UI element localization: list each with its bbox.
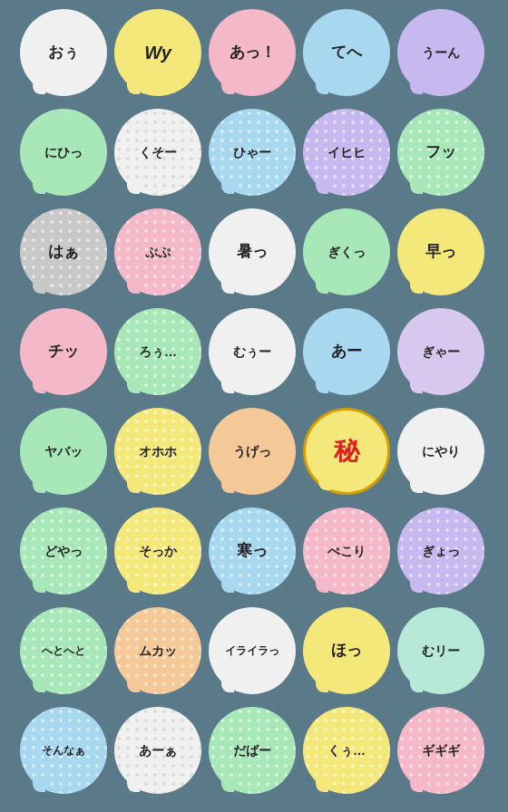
sticker-text-7: くそー xyxy=(139,145,177,160)
sticker-text-28: 寒っ xyxy=(237,542,268,560)
sticker-text-9: イヒヒ xyxy=(327,145,366,160)
sticker-21[interactable]: ヤバッ xyxy=(20,408,107,495)
sticker-27[interactable]: そっか xyxy=(114,508,201,594)
sticker-grid: おぅ Wy あっ！ てへ うーん にひっ くそー ひゃー イヒヒ フッ はぁ ぷ… xyxy=(11,0,497,812)
sticker-text-40: ギギギ xyxy=(422,743,460,759)
sticker-3[interactable]: あっ！ xyxy=(209,9,296,96)
sticker-text-10: フッ xyxy=(425,143,456,161)
sticker-40[interactable]: ギギギ xyxy=(397,707,484,794)
sticker-text-1: おぅ xyxy=(48,44,79,62)
sticker-28[interactable]: 寒っ xyxy=(209,508,296,594)
sticker-text-11: はぁ xyxy=(48,243,79,261)
sticker-text-17: ろぅ… xyxy=(139,344,177,360)
sticker-29[interactable]: ぺこり xyxy=(303,508,390,594)
sticker-text-4: てへ xyxy=(331,44,362,62)
sticker-31[interactable]: へとへと xyxy=(20,607,107,694)
sticker-text-14: ぎくっ xyxy=(327,245,366,260)
sticker-text-24: 秘 xyxy=(334,436,359,467)
sticker-text-27: そっか xyxy=(139,544,177,559)
sticker-text-38: だばー xyxy=(233,743,271,759)
sticker-34[interactable]: ほっ xyxy=(303,607,390,694)
sticker-7[interactable]: くそー xyxy=(114,109,201,196)
sticker-15[interactable]: 早っ xyxy=(397,208,484,295)
sticker-18[interactable]: むぅー xyxy=(209,308,296,395)
sticker-33[interactable]: イライラっ xyxy=(209,607,296,694)
sticker-20[interactable]: ぎゃー xyxy=(397,308,484,395)
sticker-text-3: あっ！ xyxy=(230,44,276,62)
sticker-text-34: ほっ xyxy=(331,642,362,660)
sticker-39[interactable]: くぅ… xyxy=(303,707,390,794)
sticker-text-19: あー xyxy=(331,343,362,361)
sticker-text-26: どやっ xyxy=(44,544,83,559)
sticker-text-39: くぅ… xyxy=(327,743,366,759)
sticker-4[interactable]: てへ xyxy=(303,9,390,96)
sticker-19[interactable]: あー xyxy=(303,308,390,395)
sticker-9[interactable]: イヒヒ xyxy=(303,109,390,196)
sticker-23[interactable]: うげっ xyxy=(209,408,296,495)
sticker-text-30: ぎょっ xyxy=(422,544,460,559)
sticker-text-5: うーん xyxy=(422,45,460,61)
sticker-text-16: チッ xyxy=(48,343,79,361)
sticker-14[interactable]: ぎくっ xyxy=(303,208,390,295)
sticker-16[interactable]: チッ xyxy=(20,308,107,395)
sticker-8[interactable]: ひゃー xyxy=(209,109,296,196)
sticker-38[interactable]: だばー xyxy=(209,707,296,794)
sticker-text-22: オホホ xyxy=(139,444,177,459)
sticker-22[interactable]: オホホ xyxy=(114,408,201,495)
sticker-text-20: ぎゃー xyxy=(422,344,460,360)
sticker-text-21: ヤバッ xyxy=(44,444,83,459)
sticker-10[interactable]: フッ xyxy=(397,109,484,196)
sticker-36[interactable]: そんなぁ xyxy=(20,707,107,794)
sticker-35[interactable]: むリー xyxy=(397,607,484,694)
sticker-12[interactable]: ぷぷ xyxy=(114,208,201,295)
sticker-5[interactable]: うーん xyxy=(397,9,484,96)
sticker-11[interactable]: はぁ xyxy=(20,208,107,295)
sticker-32[interactable]: ムカッ xyxy=(114,607,201,694)
sticker-30[interactable]: ぎょっ xyxy=(397,508,484,594)
sticker-text-29: ぺこり xyxy=(327,544,366,559)
sticker-17[interactable]: ろぅ… xyxy=(114,308,201,395)
sticker-25[interactable]: にやり xyxy=(397,408,484,495)
sticker-text-18: むぅー xyxy=(233,344,271,360)
sticker-text-8: ひゃー xyxy=(233,145,271,160)
sticker-text-25: にやり xyxy=(422,444,460,459)
sticker-6[interactable]: にひっ xyxy=(20,109,107,196)
sticker-text-13: 暑っ xyxy=(237,243,268,261)
sticker-text-37: あーぁ xyxy=(139,743,177,759)
sticker-13[interactable]: 暑っ xyxy=(209,208,296,295)
sticker-text-32: ムカッ xyxy=(139,643,177,659)
sticker-text-33: イライラっ xyxy=(225,644,279,657)
sticker-text-2: Wy xyxy=(144,42,171,63)
sticker-1[interactable]: おぅ xyxy=(20,9,107,96)
sticker-2[interactable]: Wy xyxy=(114,9,201,96)
sticker-text-31: へとへと xyxy=(42,644,85,657)
sticker-26[interactable]: どやっ xyxy=(20,508,107,594)
sticker-text-35: むリー xyxy=(422,643,460,659)
sticker-24[interactable]: 秘 xyxy=(303,408,390,495)
sticker-37[interactable]: あーぁ xyxy=(114,707,201,794)
sticker-text-36: そんなぁ xyxy=(42,744,85,757)
sticker-text-12: ぷぷ xyxy=(145,245,171,260)
sticker-text-6: にひっ xyxy=(44,145,83,160)
sticker-text-15: 早っ xyxy=(425,243,456,261)
sticker-text-23: うげっ xyxy=(233,444,271,459)
